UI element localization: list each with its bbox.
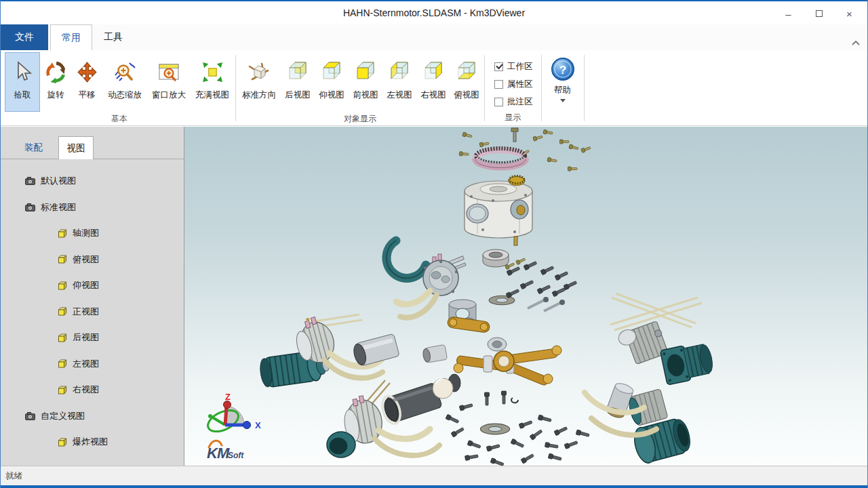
viewport-3d[interactable]: Z X KM Soft [184,127,867,466]
right-view-button[interactable]: 右视图 [416,52,450,112]
ribbon-separator [484,55,485,121]
tree-item-exploded-view[interactable]: 爆炸视图 [1,429,184,455]
window-title: HAHN-Sternmotor.SLDASM - Km3DViewer [1,7,867,18]
maximize-button[interactable] [804,3,834,24]
status-message: 就绪 [1,470,22,482]
bottom-view-cube-icon [321,56,342,87]
ribbon-separator [235,55,236,121]
group-label-object-display: 对象显示 [237,112,483,128]
titlebar: HAHN-Sternmotor.SLDASM - Km3DViewer – × [1,0,867,24]
standard-orientation-icon [247,56,271,87]
tree-item-front-view[interactable]: 正视图 [1,299,184,325]
help-icon: ? [550,56,576,82]
top-view-cube-icon [456,56,477,87]
crankcase [465,176,532,246]
maximize-icon [816,10,823,17]
window-zoom-button[interactable]: 窗口放大 [147,52,191,112]
checkbox-checked-icon [494,62,503,71]
bottom-view-button[interactable]: 仰视图 [315,52,349,112]
tree-item-left-view[interactable]: 左视图 [1,351,184,378]
workspace-checkbox[interactable]: 工作区 [494,58,533,75]
camera-icon [25,203,35,211]
annotations-checkbox[interactable]: 批注区 [494,93,533,110]
pick-button[interactable]: 拾取 [5,52,40,112]
minimize-button[interactable]: – [773,3,804,24]
standard-orientation-button[interactable]: 标准方向 [237,52,281,112]
tab-tools[interactable]: 工具 [92,24,134,50]
ribbon-separator [584,55,585,121]
help-button[interactable]: ? 帮助 [543,52,583,125]
ribbon: 拾取 旋转 平移 [1,50,867,126]
cube-icon [58,386,67,394]
ribbon-separator [541,55,542,121]
left-view-cube-icon [389,56,410,87]
camera-icon [25,412,35,420]
ribbon-tab-row: 文件 常用 工具 [1,24,867,50]
svg-text:?: ? [559,64,566,77]
tab-view[interactable]: 视图 [58,136,94,159]
help-dropdown-icon [560,99,566,102]
pan-button[interactable]: 平移 [71,52,102,112]
tree-item-custom-views[interactable]: 自定义视图 [1,403,184,430]
rotate-button[interactable]: 旋转 [40,52,71,112]
collapse-ribbon-icon[interactable] [851,39,861,46]
logo-soft-text: Soft [228,451,244,460]
window-zoom-icon [157,56,180,87]
logo-km-text: KM [207,445,230,462]
app-window: HAHN-Sternmotor.SLDASM - Km3DViewer – × … [0,0,868,488]
group-display: 工作区 属性区 批注区 显示 [486,52,540,125]
cube-icon [58,255,67,264]
group-object-display: 标准方向 后视图 [237,52,483,125]
exploded-assembly-graphic: Z X KM Soft [184,127,867,466]
dynamic-zoom-button[interactable]: 动态缩放 [102,52,147,112]
right-view-cube-icon [422,56,444,87]
tree-item-back-view[interactable]: 后视图 [1,325,184,351]
cube-icon [58,281,67,290]
sidebar: 装配 视图 默认视图 标准视图 轴测图 俯视图 [1,127,184,466]
cursor-icon [12,56,33,87]
tree-item-bottom-view[interactable]: 仰视图 [1,272,184,299]
tab-home[interactable]: 常用 [50,24,92,50]
window-bottom-border [1,485,867,488]
front-view-button[interactable]: 前视图 [349,52,382,112]
cube-icon [58,229,67,238]
tree-item-axonometric[interactable]: 轴测图 [1,220,184,247]
tree-item-right-view[interactable]: 右视图 [1,377,184,403]
back-view-cube-icon [287,56,309,87]
group-label-basic: 基本 [5,112,234,128]
washer-disc [489,296,515,305]
fit-view-icon [201,56,224,87]
tab-file[interactable]: 文件 [1,24,48,50]
checkbox-unchecked-icon [494,80,503,89]
tree-item-default-view[interactable]: 默认视图 [1,168,184,195]
close-button[interactable]: × [834,3,865,24]
tree-item-standard-views[interactable]: 标准视图 [1,195,184,221]
tree-item-top-view[interactable]: 俯视图 [1,247,184,273]
pan-icon [76,56,98,87]
group-basic: 拾取 旋转 平移 [5,52,234,125]
tab-assembly[interactable]: 装配 [16,136,52,159]
checkbox-unchecked-icon [494,98,503,106]
rotate-icon [44,56,67,87]
cube-icon [58,438,67,447]
left-view-button[interactable]: 左视图 [382,52,416,112]
view-tree: 默认视图 标准视图 轴测图 俯视图 仰视图 [1,159,184,455]
cube-icon [58,359,67,368]
axis-x-label: X [255,420,261,430]
back-view-button[interactable]: 后视图 [281,52,315,112]
statusbar: 就绪 [1,466,867,485]
properties-checkbox[interactable]: 属性区 [494,75,533,93]
front-view-cube-icon [355,56,376,87]
ball-bearing [483,249,509,267]
group-label-display: 显示 [486,110,540,127]
axis-z-label: Z [225,392,231,402]
fit-view-button[interactable]: 充满视图 [191,52,234,112]
sidebar-tabs: 装配 视图 [1,127,184,159]
camera-icon [25,177,35,185]
top-view-button[interactable]: 俯视图 [450,52,483,112]
dynamic-zoom-icon [113,56,137,87]
cube-icon [58,307,67,316]
cube-icon [58,333,67,342]
